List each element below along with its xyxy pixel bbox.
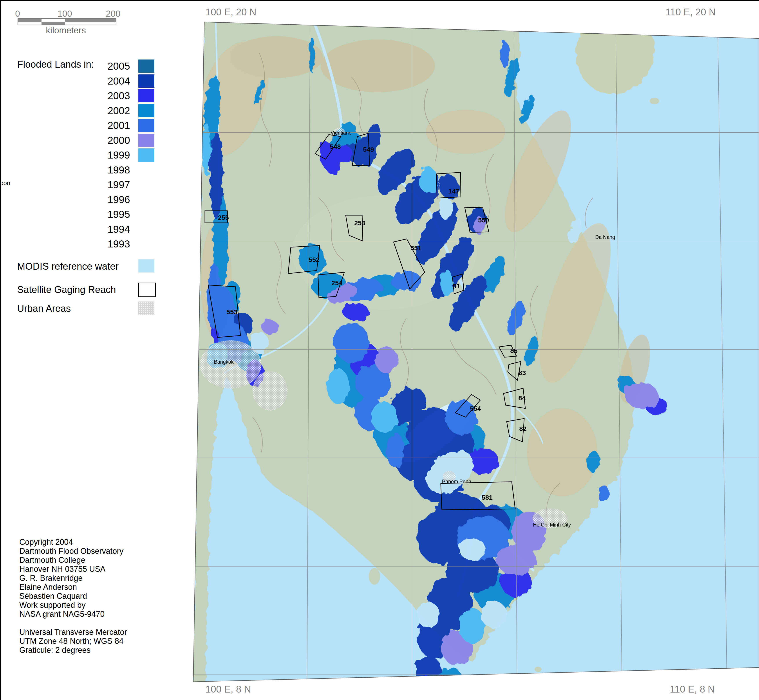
legend-year-label: 1998 xyxy=(108,164,130,176)
legend-year-row: 2002 xyxy=(83,103,156,118)
legend-year-row: 2003 xyxy=(83,89,156,103)
reach-label-81: 81 xyxy=(452,282,460,290)
credits-spacer xyxy=(19,619,127,628)
reach-label-553: 553 xyxy=(227,308,238,316)
projection-line: Graticule: 2 degrees xyxy=(19,645,127,655)
credits-line: Hanover NH 03755 USA xyxy=(19,564,127,573)
corner-label-bottom-left: 100 E, 8 N xyxy=(205,684,251,695)
scale-unit-label: kilometers xyxy=(20,25,112,35)
legend-year-label: 1995 xyxy=(108,208,130,220)
city-label-da-nang: Da Nang xyxy=(595,234,615,240)
legend-year-swatch xyxy=(138,208,154,221)
legend-year-row: 1997 xyxy=(83,177,156,192)
legend-year-label: 2001 xyxy=(108,119,130,131)
corner-label-top-right: 110 E, 20 N xyxy=(665,6,716,17)
reach-label-254: 254 xyxy=(332,279,343,286)
reach-label-85: 85 xyxy=(510,347,517,355)
legend-year-label: 1994 xyxy=(108,223,130,235)
legend-year-swatch xyxy=(138,89,154,102)
legend-year-row: 2005 xyxy=(83,59,156,74)
credits-line: Elaine Anderson xyxy=(19,583,127,592)
credits-line: G. R. Brakenridge xyxy=(19,573,127,583)
legend-year-swatch xyxy=(138,59,154,73)
reach-label-554: 554 xyxy=(470,405,481,412)
island xyxy=(535,667,541,672)
legend-year-swatch xyxy=(138,75,154,88)
reach-label-552: 552 xyxy=(308,256,319,263)
legend-year-row: 1995 xyxy=(83,207,156,222)
legend-urban-swatch xyxy=(138,302,154,315)
legend-year-swatch xyxy=(138,163,154,177)
legend-year-label: 2002 xyxy=(108,105,130,117)
legend-year-label: 2003 xyxy=(108,90,130,102)
legend-modis-label: MODIS reference water xyxy=(17,261,119,272)
legend-modis-swatch xyxy=(138,259,154,272)
scale-bar-graphic xyxy=(17,19,116,25)
legend-flood-title: Flooded Lands in: xyxy=(17,59,94,70)
credits-line: Copyright 2004 xyxy=(19,538,127,547)
corner-label-top-left: 100 E, 20 N xyxy=(205,6,256,17)
legend-year-label: 1993 xyxy=(108,238,130,250)
credits-line: Dartmouth College xyxy=(19,556,127,564)
city-label-vientiane: Vientiane xyxy=(330,130,352,136)
legend-year-row: 2001 xyxy=(83,118,156,133)
reach-label-253: 253 xyxy=(354,219,365,227)
scale-tick-100: 100 xyxy=(52,9,78,19)
reach-label-581: 581 xyxy=(482,494,493,501)
city-label-bangkok: Bangkok xyxy=(214,359,234,365)
reach-label-82: 82 xyxy=(519,425,526,432)
legend-year-swatch xyxy=(138,104,154,117)
reach-label-255: 255 xyxy=(218,214,229,221)
legend-year-row: 1996 xyxy=(83,192,156,207)
legend-year-row: 1998 xyxy=(83,163,156,178)
legend-year-label: 1997 xyxy=(108,179,130,191)
legend-year-swatch xyxy=(138,238,154,250)
legend-year-row: 1999 xyxy=(83,148,156,163)
reach-label-551: 551 xyxy=(410,244,421,252)
edge-city-label: oon xyxy=(0,180,10,187)
island xyxy=(649,98,659,104)
corner-label-bottom-right: 110 E, 8 N xyxy=(670,684,715,695)
legend-year-label: 2005 xyxy=(108,60,130,72)
scale-tick-0: 0 xyxy=(5,9,31,19)
city-label-ho-chi-minh: Ho Chi Minh City xyxy=(533,522,571,528)
scale-bar: 0 100 200 kilometers xyxy=(0,0,136,38)
legend-year-swatch xyxy=(138,193,154,206)
legend-year-label: 1996 xyxy=(108,194,130,206)
legend-year-swatch xyxy=(138,134,154,147)
credits-line: Dartmouth Flood Observatory xyxy=(19,547,127,556)
legend-year-row: 1994 xyxy=(83,222,156,237)
credits-line: NASA grant NAG5-9470 xyxy=(19,609,127,619)
legend-gaging-swatch xyxy=(138,283,156,297)
city-label-phnom-penh: Phnom Penh xyxy=(442,479,471,484)
legend-year-row: 2004 xyxy=(83,74,156,89)
reach-label-84: 84 xyxy=(518,394,526,402)
projection-line: UTM Zone 48 North; WGS 84 xyxy=(19,636,127,645)
legend-year-swatch xyxy=(138,178,154,191)
legend-gaging-label: Satellite Gaging Reach xyxy=(17,284,116,295)
legend-urban-label: Urban Areas xyxy=(17,303,71,314)
flood-map-page: { "scale_bar": { "tick_0": "0", "tick_10… xyxy=(0,0,759,700)
credits-block: Copyright 2004 Dartmouth Flood Observato… xyxy=(19,538,127,655)
legend-year-row: 2000 xyxy=(83,133,156,148)
legend-year-label: 1999 xyxy=(108,149,130,161)
reach-label-549: 549 xyxy=(363,146,374,153)
legend-year-swatch xyxy=(138,223,154,236)
island xyxy=(369,568,380,585)
projection-line: Universal Transverse Mercator xyxy=(19,628,127,636)
legend-year-label: 2000 xyxy=(108,134,130,146)
reach-label-548: 548 xyxy=(330,143,341,150)
reach-label-147: 147 xyxy=(448,188,459,195)
legend-year-label: 2004 xyxy=(108,75,130,87)
reach-label-83: 83 xyxy=(518,369,526,377)
scale-tick-200: 200 xyxy=(100,9,126,19)
legend-year-swatch xyxy=(138,148,154,162)
reach-label-550: 550 xyxy=(478,217,489,224)
credits-line: Sébastien Caquard xyxy=(19,592,127,600)
legend-year-swatch xyxy=(138,119,154,132)
legend-year-row: 1993 xyxy=(83,237,156,252)
credits-line: Work supported by xyxy=(19,600,127,609)
